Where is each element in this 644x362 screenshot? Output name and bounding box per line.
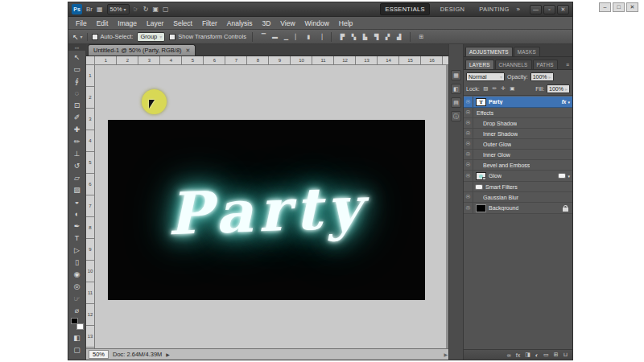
healing-brush-tool[interactable]: ✚: [70, 123, 85, 135]
zoom-tool[interactable]: ⌀: [70, 304, 85, 316]
document-tab[interactable]: Untitled-1 @ 50% (Party, RGB/8) ✕: [88, 44, 196, 56]
lock-pixels-icon[interactable]: ✏: [491, 85, 498, 92]
eraser-tool[interactable]: ▱: [70, 171, 85, 183]
tab-channels[interactable]: CHANNELS: [495, 60, 532, 69]
align-horizontal-centers-icon[interactable]: ▮: [303, 31, 314, 42]
background-thumbnail[interactable]: [476, 204, 486, 212]
3d-rotate-tool[interactable]: ◉: [70, 268, 85, 280]
visibility-eye-icon[interactable]: [464, 182, 473, 191]
menu-item[interactable]: Select: [168, 17, 197, 30]
new-layer-icon[interactable]: ⊞: [554, 352, 559, 358]
auto-select-checkbox[interactable]: [92, 34, 98, 40]
status-popup-icon[interactable]: ▶: [166, 352, 170, 357]
workspace-overflow-icon[interactable]: »: [517, 6, 520, 13]
effect-drop-shadow[interactable]: ☉ Drop Shadow: [464, 118, 572, 129]
horizontal-ruler[interactable]: 12345678910111213141516: [95, 56, 450, 65]
view-extras-icon[interactable]: ▦: [97, 5, 103, 14]
visibility-eye-icon[interactable]: ☉: [464, 150, 473, 159]
blend-mode-dropdown[interactable]: Normal ▾: [466, 72, 505, 81]
tab-layers[interactable]: LAYERS: [465, 60, 494, 69]
collapse-effects-icon[interactable]: ▾: [568, 100, 570, 105]
rectangle-shape-tool[interactable]: ▯: [70, 256, 85, 268]
effect-bevel-and-emboss[interactable]: ☉ Bevel and Emboss: [464, 160, 572, 171]
menu-item[interactable]: Image: [113, 17, 142, 30]
smart-object-thumbnail[interactable]: [476, 172, 486, 180]
menu-item[interactable]: 3D: [257, 17, 275, 30]
layer-name[interactable]: Background: [489, 205, 518, 211]
active-tool-icon[interactable]: ↖ ▾: [72, 33, 88, 41]
history-brush-tool[interactable]: ↺: [70, 159, 85, 171]
distribute-vertical-centers-icon[interactable]: ▚: [349, 31, 359, 42]
visibility-eye-icon[interactable]: ☉: [464, 139, 473, 149]
move-tool[interactable]: ↖: [70, 51, 85, 63]
menu-item[interactable]: File: [71, 17, 92, 30]
collapse-filters-icon[interactable]: ▾: [568, 174, 570, 179]
link-layers-icon[interactable]: ∞: [507, 352, 511, 358]
visibility-eye-icon[interactable]: ☉: [464, 118, 473, 128]
workspace-button[interactable]: ESSENTIALS: [380, 3, 429, 15]
smart-filters-row[interactable]: Smart Filters: [464, 182, 572, 192]
workspace-button[interactable]: DESIGN: [436, 4, 469, 14]
dodge-tool[interactable]: ◐: [70, 208, 85, 220]
delete-layer-icon[interactable]: ⊔: [564, 352, 568, 358]
outer-close-button[interactable]: ✕: [626, 2, 638, 12]
add-layer-mask-icon[interactable]: ◨: [525, 352, 530, 358]
screen-mode-icon[interactable]: ▢: [163, 5, 169, 14]
lock-transparency-icon[interactable]: ▨: [482, 85, 489, 92]
align-vertical-centers-icon[interactable]: ▬: [270, 31, 280, 42]
crop-tool[interactable]: ⊡: [70, 99, 85, 111]
align-top-edges-icon[interactable]: ▔: [258, 31, 269, 42]
menu-item[interactable]: Window: [300, 17, 334, 30]
bridge-icon[interactable]: Br: [86, 5, 93, 14]
workspace-button[interactable]: PAINTING: [475, 4, 513, 14]
tab-masks[interactable]: MASKS: [514, 47, 540, 56]
menu-item[interactable]: Filter: [197, 17, 222, 30]
app-minimize-button[interactable]: —: [530, 5, 542, 14]
visibility-eye-icon[interactable]: ☉: [464, 108, 473, 117]
adjustment-layer-icon[interactable]: ◐: [535, 352, 539, 358]
lock-all-icon[interactable]: ▣: [509, 85, 516, 92]
eyedropper-tool[interactable]: ✐: [70, 111, 85, 123]
lasso-tool[interactable]: ∮: [70, 75, 85, 87]
outer-maximize-button[interactable]: □: [613, 2, 625, 12]
styles-panel-icon[interactable]: ▤: [451, 97, 461, 108]
canvas[interactable]: Party: [95, 65, 446, 348]
color-panel-icon[interactable]: ▦: [451, 70, 461, 80]
distribute-right-edges-icon[interactable]: ▟: [394, 31, 404, 42]
arrange-documents-icon[interactable]: ▣: [152, 5, 159, 14]
gradient-tool[interactable]: ▨: [70, 183, 85, 195]
hand-pan-icon[interactable]: ☞: [134, 5, 139, 14]
text-layer-thumbnail[interactable]: T: [476, 98, 486, 106]
hand-tool[interactable]: ☞: [70, 292, 85, 304]
layer-row-party[interactable]: ☉ T Party fx ▾: [464, 97, 572, 108]
layer-name[interactable]: Glow: [489, 173, 502, 179]
zoom-percentage-field[interactable]: 50%: [89, 350, 109, 359]
effect-outer-glow[interactable]: ☉ Outer Glow: [464, 139, 572, 150]
distribute-bottom-edges-icon[interactable]: ▙: [360, 31, 370, 42]
auto-align-layers-icon[interactable]: ⊞: [416, 31, 427, 42]
opacity-input[interactable]: 100% ▸: [530, 72, 554, 81]
layer-row-background[interactable]: ☉ Background: [464, 203, 572, 214]
visibility-eye-icon[interactable]: ☉: [464, 160, 473, 170]
zoom-level-dropdown[interactable]: 50% ▾: [107, 4, 130, 14]
color-swatches[interactable]: [71, 318, 84, 330]
visibility-eye-icon[interactable]: ☉: [464, 171, 473, 181]
menu-item[interactable]: Layer: [142, 17, 168, 30]
type-tool[interactable]: T: [70, 232, 85, 244]
lock-position-icon[interactable]: ✛: [500, 85, 507, 92]
toolbar-collapse-grip[interactable]: ««: [68, 44, 85, 51]
layer-style-icon[interactable]: fx: [516, 352, 520, 358]
menu-item[interactable]: Edit: [92, 17, 114, 30]
distribute-horizontal-centers-icon[interactable]: ▞: [382, 31, 393, 42]
close-tab-icon[interactable]: ✕: [186, 47, 191, 54]
info-panel-icon[interactable]: ⓘ: [451, 111, 461, 121]
scroll-right-icon[interactable]: ▶: [444, 352, 448, 357]
app-close-button[interactable]: ✕: [557, 5, 569, 14]
outer-minimize-button[interactable]: –: [599, 2, 611, 12]
show-transform-checkbox[interactable]: [169, 34, 175, 40]
fill-input[interactable]: 100% ▸: [547, 84, 570, 93]
tab-adjustments[interactable]: ADJUSTMENTS: [465, 47, 513, 56]
menu-item[interactable]: Help: [334, 17, 357, 30]
visibility-eye-icon[interactable]: ☉: [464, 203, 473, 213]
tab-paths[interactable]: PATHS: [533, 60, 558, 69]
